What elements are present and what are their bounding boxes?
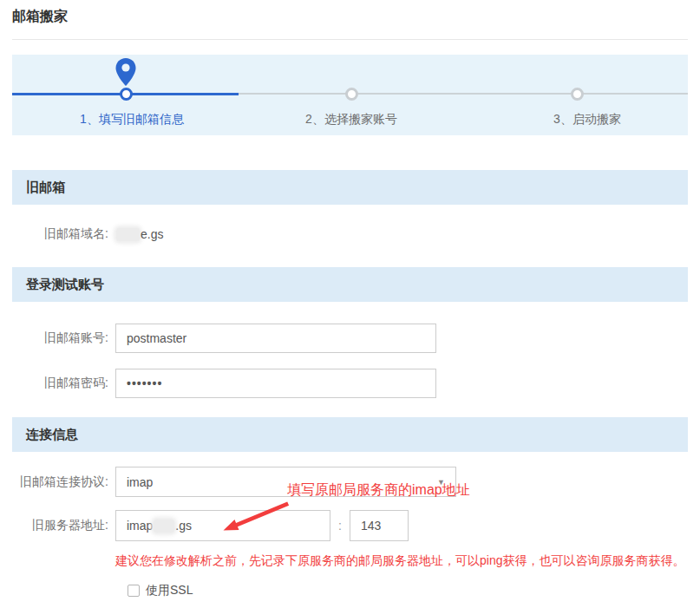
protocol-label: 旧邮箱连接协议:	[12, 474, 108, 490]
server-address-suffix: .gs	[175, 519, 192, 533]
old-account-label: 旧邮箱账号:	[12, 330, 108, 346]
old-password-row: 旧邮箱密码:	[12, 369, 688, 398]
ssl-label: 使用SSL	[146, 583, 193, 598]
old-domain-value: e.gs	[115, 227, 163, 241]
privacy-blur-patch	[154, 520, 174, 533]
email-migration-page: 邮箱搬家 1、填写旧邮箱信息 2、选择搬家账号 3、启动搬家 旧邮箱 旧邮箱域名…	[0, 0, 700, 608]
section-login-test-header: 登录测试账号	[12, 267, 688, 302]
step-2-label: 2、选择搬家账号	[305, 112, 397, 127]
server-address-hint: 建议您在修改解析之前，先记录下原服务商的邮局服务器地址，可以ping获得，也可以…	[115, 553, 688, 569]
port-separator: :	[338, 519, 342, 533]
step-3-label: 3、启动搬家	[553, 112, 621, 127]
old-domain-row: 旧邮箱域名: e.gs	[12, 226, 688, 243]
location-pin-icon	[114, 57, 137, 90]
old-password-label: 旧邮箱密码:	[12, 376, 108, 391]
server-address-prefix: imap	[127, 519, 153, 533]
privacy-blur-patch	[116, 228, 140, 241]
server-port-input[interactable]	[350, 510, 409, 541]
ssl-checkbox[interactable]	[128, 585, 140, 597]
red-arrow-icon	[208, 500, 299, 536]
protocol-selected-value: imap	[127, 475, 153, 489]
title-divider	[12, 39, 688, 40]
server-address-row: 旧服务器地址: imap .gs :	[12, 510, 688, 541]
old-domain-value-text: e.gs	[141, 227, 163, 241]
old-account-row: 旧邮箱账号:	[12, 324, 688, 353]
server-address-label: 旧服务器地址:	[12, 518, 108, 533]
ssl-row: 使用SSL	[12, 583, 688, 598]
step-1-dot	[120, 88, 133, 101]
section-old-mailbox-header: 旧邮箱	[12, 170, 688, 205]
section-connection-header: 连接信息	[12, 417, 688, 452]
step-3-dot	[571, 88, 584, 101]
imap-address-annotation: 填写原邮局服务商的imap地址	[287, 481, 470, 500]
step-1-label: 1、填写旧邮箱信息	[80, 112, 184, 127]
page-title: 邮箱搬家	[0, 0, 700, 26]
migration-stepper: 1、填写旧邮箱信息 2、选择搬家账号 3、启动搬家	[12, 55, 688, 135]
step-2-dot	[345, 88, 358, 101]
old-password-input[interactable]	[115, 369, 436, 398]
old-domain-label: 旧邮箱域名:	[12, 226, 108, 242]
old-account-input[interactable]	[115, 324, 436, 353]
